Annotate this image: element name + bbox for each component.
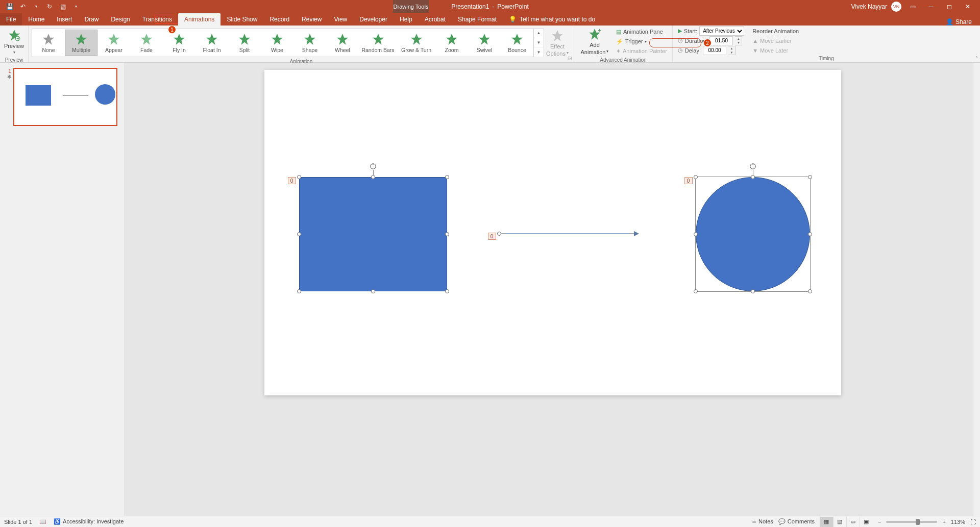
resize-handle-e[interactable] [445, 232, 449, 236]
delay-input[interactable] [703, 46, 726, 55]
zoom-in-button[interactable]: + [942, 519, 945, 525]
zoom-slider-thumb[interactable] [916, 519, 920, 525]
animation-dialog-launcher-icon[interactable]: ◲ [568, 56, 572, 61]
resize-handle-se[interactable] [445, 289, 449, 293]
undo-dropdown-icon[interactable]: ▾ [32, 2, 41, 11]
resize-handle-s[interactable] [751, 289, 755, 293]
save-icon[interactable]: 💾 [5, 2, 14, 11]
resize-handle-se[interactable] [808, 289, 812, 293]
slide-sorter-view-button[interactable]: ▧ [833, 517, 846, 527]
line-start-handle[interactable] [497, 232, 501, 236]
collapse-ribbon-icon[interactable]: ˄ [975, 56, 978, 61]
animation-order-tag[interactable]: 0 [288, 177, 296, 184]
gallery-scroll-up-icon[interactable]: ▲ [534, 29, 544, 38]
gallery-more-icon[interactable]: ▼ [534, 47, 544, 57]
line-shape[interactable]: 0 [499, 233, 637, 234]
line-end-handle[interactable] [634, 231, 639, 236]
notes-button[interactable]: ≐Notes [752, 518, 773, 525]
slide-canvas-area[interactable]: 0 0 0 [125, 63, 980, 516]
resize-handle-sw[interactable] [694, 289, 698, 293]
gallery-scroll[interactable]: ▲▼▼ [533, 29, 544, 57]
resize-handle-nw[interactable] [297, 175, 301, 179]
spinner-up-icon[interactable]: ▲ [735, 37, 742, 41]
user-name[interactable]: Vivek Nayyar [851, 3, 887, 10]
tab-animations[interactable]: Animations [178, 13, 220, 26]
tab-design[interactable]: Design [105, 13, 136, 26]
resize-handle-e[interactable] [808, 232, 812, 236]
tab-help[interactable]: Help [394, 13, 419, 26]
gallery-floatin[interactable]: Float In [195, 30, 228, 56]
slide-thumbnail-panel[interactable]: 1 ✱ [0, 63, 125, 516]
undo-icon[interactable]: ↶ [18, 2, 28, 11]
spinner-down-icon[interactable]: ▼ [728, 51, 735, 55]
rotate-handle[interactable] [749, 163, 756, 170]
accessibility-button[interactable]: ♿ Accessibility: Investigate [54, 518, 124, 525]
resize-handle-ne[interactable] [808, 175, 812, 179]
gallery-flyin[interactable]: Fly In [163, 30, 195, 56]
close-icon[interactable]: ✕ [961, 0, 975, 13]
resize-handle-w[interactable] [694, 232, 698, 236]
gallery-growturn[interactable]: Grow & Turn [397, 30, 435, 56]
duration-input[interactable] [709, 36, 733, 45]
rectangle-shape[interactable]: 0 [299, 177, 447, 291]
ribbon-display-icon[interactable]: ▭ [905, 0, 920, 13]
rectangle-body[interactable] [299, 177, 447, 291]
slideshow-view-button[interactable]: ▣ [860, 517, 873, 527]
resize-handle-nw[interactable] [694, 175, 698, 179]
tab-insert[interactable]: Insert [51, 13, 78, 26]
qat-customize-icon[interactable]: ▾ [71, 2, 81, 11]
gallery-zoom[interactable]: Zoom [435, 30, 468, 56]
gallery-swivel[interactable]: Swivel [468, 30, 501, 56]
gallery-split[interactable]: Split [228, 30, 261, 56]
slide-indicator[interactable]: Slide 1 of 1 [4, 519, 32, 525]
resize-handle-n[interactable] [371, 175, 375, 179]
tab-slideshow[interactable]: Slide Show [220, 13, 263, 26]
minimize-icon[interactable]: ─ [924, 0, 938, 13]
animation-order-tag[interactable]: 0 [684, 177, 693, 184]
spinner-down-icon[interactable]: ▼ [735, 41, 742, 45]
vertical-scrollbar[interactable] [973, 63, 980, 516]
gallery-randombars[interactable]: Random Bars [359, 30, 397, 56]
share-button[interactable]: 👤 Share [946, 18, 980, 26]
gallery-fade[interactable]: Fade [130, 30, 163, 56]
tab-file[interactable]: File [0, 13, 22, 26]
rotate-handle[interactable] [370, 163, 377, 170]
resize-handle-ne[interactable] [445, 175, 449, 179]
zoom-out-button[interactable]: − [878, 519, 881, 525]
zoom-level[interactable]: 113% [951, 519, 965, 525]
gallery-bounce[interactable]: Bounce [501, 30, 533, 56]
user-avatar[interactable]: VN [891, 2, 901, 12]
gallery-appear[interactable]: Appear [97, 30, 130, 56]
maximize-icon[interactable]: ◻ [942, 0, 957, 13]
zoom-slider[interactable] [886, 521, 937, 523]
tab-acrobat[interactable]: Acrobat [419, 13, 452, 26]
tab-developer[interactable]: Developer [353, 13, 394, 26]
tab-review[interactable]: Review [296, 13, 328, 26]
gallery-multiple[interactable]: Multiple [65, 30, 97, 56]
delay-spinner[interactable]: ▲▼ [728, 46, 736, 55]
animation-order-tag[interactable]: 0 [488, 233, 496, 240]
start-select[interactable]: After Previous [699, 27, 744, 36]
fit-to-window-button[interactable]: ⛶ [970, 519, 976, 525]
add-animation-button[interactable]: + Add Animation▾ [577, 26, 612, 57]
tab-record[interactable]: Record [263, 13, 296, 26]
resize-handle-sw[interactable] [297, 289, 301, 293]
gallery-none[interactable]: None [32, 30, 65, 56]
tab-draw[interactable]: Draw [78, 13, 105, 26]
tell-me-search[interactable]: 💡 Tell me what you want to do [503, 13, 601, 26]
resize-handle-w[interactable] [297, 232, 301, 236]
circle-shape[interactable]: 0 [696, 177, 810, 291]
resize-handle-n[interactable] [751, 175, 755, 179]
reading-view-button[interactable]: ▭ [846, 517, 860, 527]
gallery-wheel[interactable]: Wheel [326, 30, 359, 56]
tab-view[interactable]: View [328, 13, 353, 26]
redo-icon[interactable]: ↻ [45, 2, 54, 11]
spellcheck-icon[interactable]: 📖 [39, 518, 46, 525]
spinner-up-icon[interactable]: ▲ [728, 46, 735, 51]
duration-spinner[interactable]: ▲▼ [735, 36, 742, 45]
slide-thumbnail[interactable] [13, 68, 117, 126]
tab-shape-format[interactable]: Shape Format [452, 13, 503, 26]
gallery-wipe[interactable]: Wipe [261, 30, 293, 56]
tab-home[interactable]: Home [22, 13, 51, 26]
gallery-scroll-down-icon[interactable]: ▼ [534, 38, 544, 48]
